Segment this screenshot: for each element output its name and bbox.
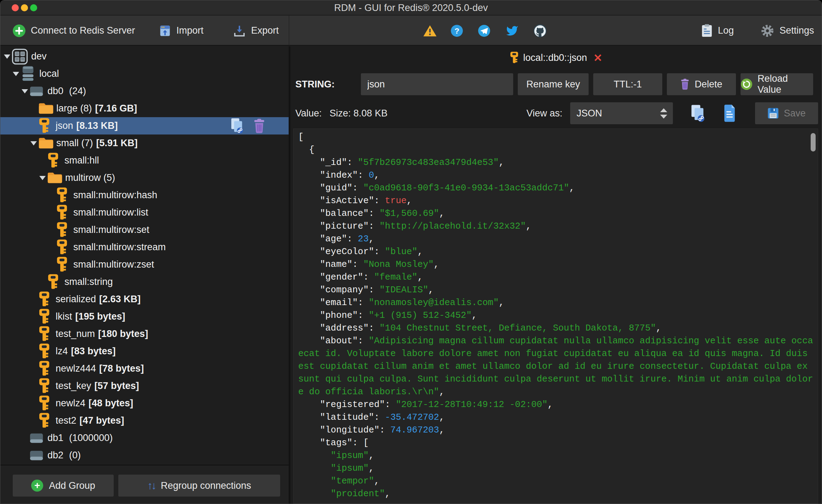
key-icon: [56, 205, 68, 220]
tree-item-small-multirow-zset[interactable]: small:multirow:zset: [0, 256, 289, 273]
tree-item-test2[interactable]: test2[47 bytes]: [0, 412, 289, 429]
telegram-icon: [478, 24, 491, 37]
key-icon: [38, 378, 50, 394]
tree-item-small-string[interactable]: small:string: [0, 273, 289, 291]
github-button[interactable]: [533, 16, 547, 46]
tree-item-test-num[interactable]: test_num[180 bytes]: [0, 325, 289, 343]
export-button[interactable]: Export: [233, 16, 279, 46]
key-icon: [38, 395, 50, 411]
tree-item-label: lkist: [56, 311, 72, 322]
tree-item-label: db0: [47, 86, 63, 97]
sort-arrows-icon: ↑↓: [147, 480, 155, 492]
json-line: "gender": "female",: [298, 271, 818, 284]
settings-button[interactable]: Settings: [760, 16, 814, 46]
import-label: Import: [176, 25, 204, 36]
tree-item-small-multirow-stream[interactable]: small:multirow:stream: [0, 239, 289, 256]
help-button[interactable]: ?: [450, 16, 463, 46]
row-actions: [230, 118, 289, 134]
expander-icon[interactable]: [22, 89, 29, 93]
import-button[interactable]: Import: [159, 16, 204, 46]
warning-button[interactable]: [423, 16, 437, 46]
window-title: RDM - GUI for Redis® 2020.5.0-dev: [0, 0, 822, 15]
tree-item-newlz4[interactable]: newlz4[48 bytes]: [0, 395, 289, 412]
add-group-label: Add Group: [49, 480, 95, 491]
editor-scrollbar-thumb[interactable]: [811, 133, 816, 151]
tree-item-label: small:multirow:set: [73, 224, 149, 235]
log-button[interactable]: Log: [701, 16, 734, 46]
plus-circle-icon: [12, 24, 26, 38]
regroup-connections-button[interactable]: ↑↓ Regroup connections: [118, 475, 280, 497]
key-icon: [56, 257, 68, 273]
json-line: "name": "Nona Mosley",: [298, 258, 818, 271]
tree-item-label: newlz444: [56, 363, 96, 374]
tree-item-small-multirow-list[interactable]: small:multirow:list: [0, 204, 289, 221]
json-line: "eyeColor": "blue",: [298, 246, 818, 258]
tree-item-label: test_key: [56, 380, 91, 391]
plus-circle-icon: +: [31, 480, 43, 492]
tree-item-db2[interactable]: db2(0): [0, 447, 289, 464]
json-line: sunt qui culpa culpa. Sunt incididunt cu…: [298, 373, 818, 386]
tree-item-newlz444[interactable]: newlz444[78 bytes]: [0, 360, 289, 377]
main-area: devlocaldb0(24)large (8)[7.16 GB]json[8.…: [0, 46, 822, 504]
value-controls-row: Value: Size: 8.08 KB View as: JSON: [293, 102, 818, 124]
save-button[interactable]: Save: [755, 102, 818, 124]
tree-item-size: [8.13 KB]: [76, 120, 118, 131]
tree-item-small-multirow-hash[interactable]: small:multirow:hash: [0, 187, 289, 204]
tree-item-small-multirow-set[interactable]: small:multirow:set: [0, 221, 289, 239]
view-as-label: View as:: [526, 108, 562, 119]
connect-button[interactable]: Connect to Redis Server: [12, 16, 135, 46]
tab-close-icon[interactable]: ✕: [593, 52, 602, 64]
key-icon: [510, 51, 519, 64]
key-name-input[interactable]: [361, 73, 513, 95]
disk-icon: [29, 86, 44, 96]
json-value-editor[interactable]: [ { "_id": "5f7b26973c483ea3479d4e53", "…: [293, 128, 818, 504]
add-group-button[interactable]: + Add Group: [13, 475, 114, 497]
tree-item-small-hll[interactable]: small:hll: [0, 152, 289, 169]
reload-value-button[interactable]: Reload Value: [741, 73, 813, 95]
tree-item-local[interactable]: local: [0, 65, 289, 82]
ttl-button[interactable]: TTL:-1: [593, 73, 662, 95]
svg-text:?: ?: [454, 26, 459, 35]
tree-item-serialized[interactable]: serialized[2.63 KB]: [0, 291, 289, 308]
trash-icon[interactable]: [253, 119, 265, 133]
stack-icon: [21, 65, 35, 82]
tree-item-size: [47 bytes]: [80, 415, 124, 426]
twitter-button[interactable]: [505, 16, 519, 46]
key-icon: [56, 239, 68, 255]
toolbar: Connect to Redis Server Import Export ?: [0, 16, 822, 46]
reload-label: Reload Value: [758, 73, 813, 95]
connections-panel: devlocaldb0(24)large (8)[7.16 GB]json[8.…: [0, 46, 289, 504]
gear-icon: [760, 24, 775, 38]
view-as-select[interactable]: JSON: [570, 102, 673, 124]
json-line: "index": 0,: [298, 169, 818, 182]
delete-key-button[interactable]: Delete: [667, 73, 736, 95]
tree-item-test-key[interactable]: test_key[57 bytes]: [0, 377, 289, 395]
json-line: "isActive": true,: [298, 195, 818, 207]
tree-item-large-8-[interactable]: large (8)[7.16 GB]: [0, 100, 289, 117]
tree-item-db0[interactable]: db0(24): [0, 82, 289, 100]
expander-icon[interactable]: [13, 72, 21, 76]
tab-key-name[interactable]: local::db0::json: [523, 52, 587, 63]
telegram-button[interactable]: [478, 16, 491, 46]
tree-item-json[interactable]: json[8.13 KB]: [0, 117, 289, 134]
tree-item-lz4[interactable]: lz4[83 bytes]: [0, 343, 289, 360]
tree-item-small-7-[interactable]: small (7)[5.91 KB]: [0, 134, 289, 152]
json-line: "balance": "$1,560.69",: [298, 207, 818, 220]
tree-item-size: [78 bytes]: [99, 363, 144, 374]
expander-icon[interactable]: [4, 55, 12, 59]
tree-item-label: small:multirow:stream: [73, 242, 166, 253]
key-type-label: STRING:: [293, 73, 356, 95]
expander-icon[interactable]: [39, 176, 47, 180]
tree-item-size: [5.91 KB]: [96, 138, 138, 149]
tree-item-dev[interactable]: dev: [0, 48, 289, 65]
tree-item-db1[interactable]: db1(1000000): [0, 429, 289, 447]
json-line: "picture": "http://placehold.it/32x32",: [298, 220, 818, 233]
rename-key-button[interactable]: Rename key: [518, 73, 589, 95]
copy-document-link-icon[interactable]: [230, 118, 244, 134]
tree-item-lkist[interactable]: lkist[195 bytes]: [0, 308, 289, 325]
expander-icon[interactable]: [30, 141, 38, 145]
tree-item-multirow-5-[interactable]: multirow (5): [0, 169, 289, 187]
tree-item-label: small:multirow:list: [73, 207, 148, 218]
document-text-icon[interactable]: [722, 104, 737, 122]
copy-document-link-icon[interactable]: [690, 104, 705, 122]
